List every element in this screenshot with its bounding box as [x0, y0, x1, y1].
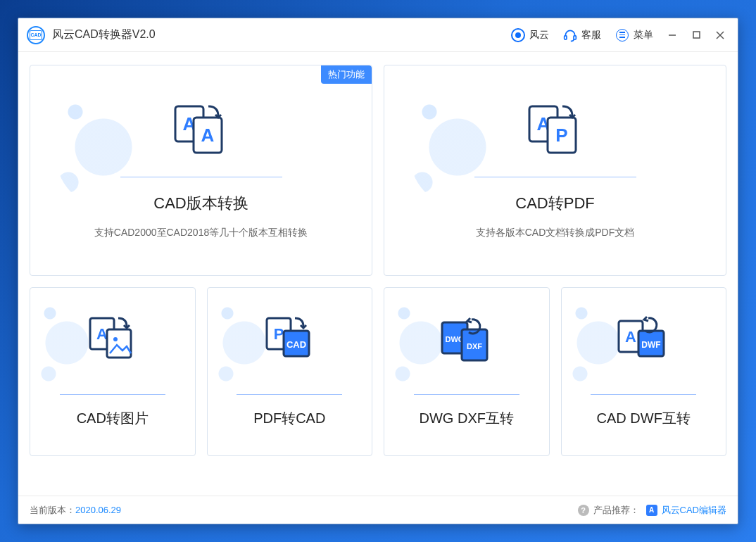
titlebar: CAD 风云CAD转换器V2.0 风云 客服 菜单 — [18, 18, 738, 52]
decor-bubbles-icon — [36, 299, 92, 384]
maximize-icon — [693, 31, 700, 39]
card-desc: 支持CAD2000至CAD2018等几十个版本互相转换 — [94, 227, 308, 239]
cad-to-image-icon: A — [86, 315, 139, 366]
divider — [120, 177, 282, 177]
hot-badge: 热门功能 — [321, 65, 372, 84]
svg-text:DWF: DWF — [642, 340, 661, 350]
cad-dwf-icon: A DWF — [615, 315, 672, 366]
version-label: 当前版本： — [30, 504, 75, 517]
version-value: 2020.06.29 — [75, 505, 121, 515]
svg-text:A: A — [625, 328, 636, 346]
card-cad-version-convert[interactable]: 热门功能 A A CAD版本转换 支持CAD2000至CAD2018等几十个版本… — [30, 65, 372, 276]
divider — [474, 177, 636, 177]
svg-rect-1 — [574, 35, 576, 39]
close-icon — [716, 31, 724, 39]
decor-bubbles-icon — [408, 91, 493, 203]
app-window: CAD 风云CAD转换器V2.0 风云 客服 菜单 — [18, 18, 738, 524]
card-dwg-dxf[interactable]: DWG DXF DWG DXF互转 — [384, 287, 550, 456]
decor-bubbles-icon — [213, 299, 270, 384]
rec-product-icon: A — [646, 505, 657, 516]
footer: 当前版本： 2020.06.29 ? 产品推荐： A 风云CAD编辑器 — [18, 496, 738, 524]
menu-button[interactable]: 菜单 — [608, 18, 660, 52]
card-title: CAD DWF互转 — [597, 409, 691, 428]
card-title: DWG DXF互转 — [420, 409, 514, 428]
headset-icon — [563, 28, 577, 42]
card-title: PDF转CAD — [253, 409, 325, 428]
card-desc: 支持各版本CAD文档转换成PDF文档 — [476, 227, 635, 239]
divider — [237, 394, 342, 395]
card-cad-dwf[interactable]: A DWF CAD DWF互转 — [561, 287, 727, 456]
svg-point-17 — [113, 337, 118, 341]
help-icon[interactable]: ? — [578, 505, 589, 516]
svg-text:P: P — [555, 125, 567, 146]
card-cad-to-image[interactable]: A CAD转图片 — [30, 287, 196, 456]
card-title: CAD转PDF — [515, 193, 594, 214]
cad-to-pdf-icon: A P — [524, 102, 587, 161]
brand-label: 风云 — [529, 29, 549, 42]
card-title: CAD版本转换 — [153, 193, 248, 214]
rec-label: 产品推荐： — [593, 504, 639, 517]
card-cad-to-pdf[interactable]: A P CAD转PDF 支持各版本CAD文档转换成PDF文档 — [384, 65, 726, 276]
app-logo-icon: CAD — [27, 26, 45, 44]
pdf-to-cad-icon: P CAD — [263, 315, 316, 366]
app-title: 风云CAD转换器V2.0 — [52, 27, 156, 42]
svg-text:P: P — [274, 325, 284, 343]
menu-list-icon — [615, 28, 629, 42]
rec-product-link[interactable]: 风云CAD编辑器 — [662, 504, 726, 517]
support-label: 客服 — [581, 29, 601, 42]
support-button[interactable]: 客服 — [556, 18, 608, 52]
maximize-button[interactable] — [684, 18, 708, 52]
minimize-icon — [668, 31, 676, 39]
divider — [591, 394, 696, 395]
dwg-dxf-icon: DWG DXF — [438, 315, 496, 366]
svg-text:DXF: DXF — [467, 342, 482, 351]
svg-rect-0 — [565, 35, 567, 39]
svg-rect-3 — [693, 32, 700, 38]
minimize-button[interactable] — [660, 18, 684, 52]
content-area: 热门功能 A A CAD版本转换 支持CAD2000至CAD2018等几十个版本… — [18, 52, 738, 496]
menu-label: 菜单 — [634, 29, 653, 42]
divider — [414, 394, 519, 395]
card-title: CAD转图片 — [77, 409, 149, 428]
cad-version-icon: A A — [170, 102, 233, 161]
close-button[interactable] — [708, 18, 732, 52]
card-pdf-to-cad[interactable]: P CAD PDF转CAD — [207, 287, 373, 456]
svg-text:CAD: CAD — [286, 339, 306, 350]
svg-text:A: A — [201, 125, 214, 146]
brand-button[interactable]: 风云 — [504, 18, 556, 52]
target-icon — [511, 28, 525, 42]
divider — [60, 394, 165, 395]
decor-bubbles-icon — [54, 91, 139, 203]
